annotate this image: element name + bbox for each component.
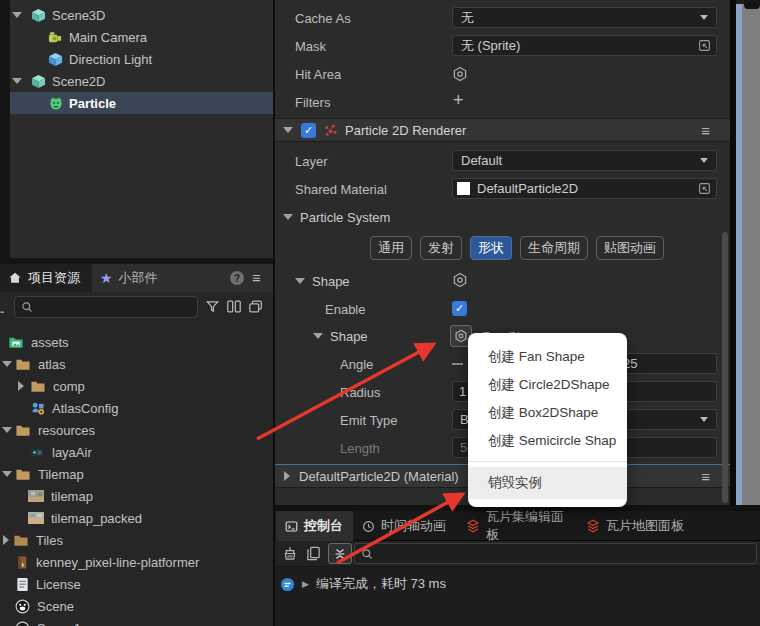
tree-item-tilemap-packed[interactable]: tilemap_packed xyxy=(0,507,273,529)
tree-collapse-icon[interactable]: - xyxy=(0,304,6,312)
chevron-down-icon xyxy=(700,417,708,422)
hit-area-object-icon[interactable] xyxy=(452,66,468,82)
select-reference-icon[interactable] xyxy=(698,39,711,52)
tree-item-tiles[interactable]: Tiles xyxy=(0,529,273,551)
tree-item-scene[interactable]: Scene xyxy=(0,595,273,617)
tree-item-atlasconfig[interactable]: AtlasConfig xyxy=(0,397,273,419)
menu-item-destroy-instance[interactable]: 销毁实例 xyxy=(468,467,627,499)
hierarchy-item-label: Particle xyxy=(69,96,116,111)
split-view-icon[interactable] xyxy=(226,299,242,314)
menu-item-create-fan-shape[interactable]: 创建 Fan Shape xyxy=(488,345,585,369)
hierarchy-item-scene2d[interactable]: Scene2D xyxy=(0,70,273,92)
tree-item-comp[interactable]: comp xyxy=(0,375,273,397)
tree-item-tilemap[interactable]: tilemap xyxy=(0,485,273,507)
expander-down-icon xyxy=(313,333,323,339)
mask-reference-field[interactable]: 无 (Sprite) xyxy=(452,35,717,56)
tab-tilemap-panel[interactable]: 瓦片地图面板 xyxy=(578,511,690,541)
tree-item-label: layaAir xyxy=(52,445,92,460)
tab-emission[interactable]: 发射 xyxy=(420,236,462,260)
collapse-messages-button[interactable] xyxy=(328,543,352,564)
tab-tileset-editor[interactable]: 瓦片集编辑面板 xyxy=(458,511,576,541)
tree-item-label: resources xyxy=(38,423,95,438)
console-search-input[interactable] xyxy=(354,543,757,564)
expander-right-icon[interactable] xyxy=(284,471,290,481)
menu-separator xyxy=(468,461,627,462)
shape-object-icon[interactable] xyxy=(452,272,468,288)
tree-item-label: Scene1 xyxy=(37,621,81,626)
tree-item-scene1[interactable]: Scene1 xyxy=(0,617,273,626)
menu-item-create-box2dshape[interactable]: 创建 Box2DShape xyxy=(488,401,598,425)
chevron-down-icon xyxy=(700,15,708,20)
cache-as-dropdown[interactable]: 无 xyxy=(452,7,717,28)
tree-item-tilemap-folder[interactable]: Tilemap xyxy=(0,463,273,485)
hierarchy-item-scene3d[interactable]: Scene3D xyxy=(0,4,273,26)
hierarchy-item-main-camera[interactable]: Main Camera xyxy=(0,26,273,48)
length-label: Length xyxy=(340,437,380,459)
length-value: 5 xyxy=(460,440,467,455)
compiler-message-icon xyxy=(280,577,295,592)
select-reference-icon[interactable] xyxy=(698,182,711,195)
component-menu-icon[interactable]: ≡ xyxy=(701,123,710,138)
layered-windows-icon[interactable] xyxy=(248,299,264,314)
tree-item-layaair[interactable]: layaAir xyxy=(0,441,273,463)
tab-console[interactable]: 控制台 xyxy=(276,511,353,541)
tab-shape[interactable]: 形状 xyxy=(470,236,512,260)
hierarchy-item-particle-selected[interactable]: Particle xyxy=(10,92,273,114)
expander-right-icon[interactable] xyxy=(18,381,24,391)
cube-2d-icon xyxy=(31,74,46,89)
menu-item-create-semicircle-shape[interactable]: 创建 Semicircle Shap xyxy=(488,429,616,453)
particle-system-section[interactable]: Particle System xyxy=(283,206,390,228)
tab-label: 瓦片地图面板 xyxy=(606,517,684,535)
tree-item-license[interactable]: License xyxy=(0,573,273,595)
copy-icon[interactable] xyxy=(306,546,321,561)
tree-item-assets[interactable]: assets xyxy=(0,331,273,353)
tab-timeline-animation[interactable]: 时间轴动画 xyxy=(356,511,456,541)
tab-general[interactable]: 通用 xyxy=(370,236,412,260)
expander-down-icon[interactable] xyxy=(2,471,12,477)
expander-down-icon[interactable] xyxy=(12,12,22,18)
shared-material-field[interactable]: DefaultParticle2D xyxy=(452,178,717,199)
tab-project-assets[interactable]: 项目资源 xyxy=(0,264,92,292)
panel-menu-icon[interactable]: ≡ xyxy=(252,270,261,285)
assets-folder-icon xyxy=(8,335,24,350)
tree-item-kenney-package[interactable]: kenney_pixel-line-platformer xyxy=(0,551,273,573)
chevron-down-icon xyxy=(700,158,708,163)
clear-console-icon[interactable] xyxy=(282,546,298,561)
layer-dropdown[interactable]: Default xyxy=(452,150,717,171)
search-icon xyxy=(21,301,33,313)
console-log-entry[interactable]: ▶ 编译完成，耗时 73 ms xyxy=(280,573,446,595)
hierarchy-item-label: Scene2D xyxy=(52,74,105,89)
renderer-enabled-checkbox[interactable]: ✓ xyxy=(301,123,316,138)
tree-item-atlas[interactable]: atlas xyxy=(0,353,273,375)
shape-section-header[interactable]: Shape xyxy=(295,270,350,292)
expander-right-icon[interactable]: ▶ xyxy=(302,579,309,589)
add-filter-icon[interactable]: + xyxy=(453,91,464,109)
tab-widgets[interactable]: ★ 小部件 xyxy=(92,264,158,292)
mask-value: 无 (Sprite) xyxy=(461,37,520,55)
expander-right-icon[interactable] xyxy=(3,535,9,545)
expander-down-icon[interactable] xyxy=(12,78,22,84)
tab-lifetime[interactable]: 生命周期 xyxy=(520,236,588,260)
inspector-scrollbar-thumb[interactable] xyxy=(722,232,728,503)
particle-renderer-header[interactable]: ✓ Particle 2D Renderer ≡ xyxy=(275,118,730,142)
expander-down-icon[interactable] xyxy=(2,427,12,433)
shape-enable-checkbox[interactable]: ✓ xyxy=(452,301,467,316)
tab-texture-animation[interactable]: 贴图动画 xyxy=(596,236,664,260)
hierarchy-item-direction-light[interactable]: Direction Light xyxy=(0,48,273,70)
help-icon[interactable]: ? xyxy=(230,271,244,285)
expander-down-icon[interactable] xyxy=(283,127,293,133)
tab-label: 小部件 xyxy=(119,269,158,287)
expander-down-icon[interactable] xyxy=(2,361,12,367)
hierarchy-item-label: Scene3D xyxy=(52,8,105,23)
console-message-text: 编译完成，耗时 73 ms xyxy=(316,575,446,593)
light-cube-icon xyxy=(48,52,63,67)
particle-module-tabs: 通用 发射 形状 生命周期 贴图动画 xyxy=(370,236,664,260)
emit-type-label: Emit Type xyxy=(340,409,398,431)
material-menu-icon[interactable]: ≡ xyxy=(701,469,710,484)
filter-icon[interactable] xyxy=(205,299,220,314)
menu-item-create-circle2dshape[interactable]: 创建 Circle2DShape xyxy=(488,373,610,397)
shape-sub-header[interactable]: Shape xyxy=(313,325,368,347)
tree-item-resources[interactable]: resources xyxy=(0,419,273,441)
angle-slider-track[interactable] xyxy=(452,363,463,365)
project-search-input[interactable] xyxy=(14,296,198,318)
